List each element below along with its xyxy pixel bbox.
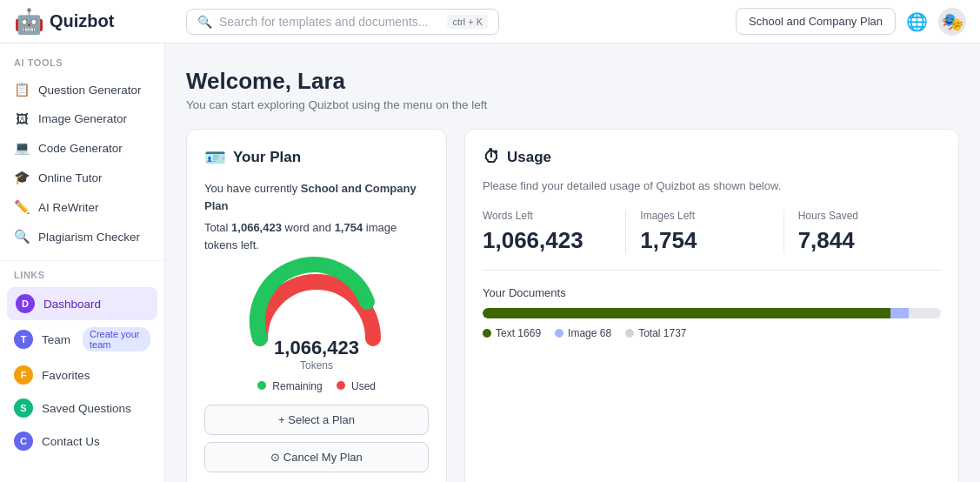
question-generator-icon: 📋 — [14, 82, 30, 97]
donut-chart — [247, 267, 386, 345]
cancel-plan-button[interactable]: ⊙ Cancel My Plan — [204, 442, 429, 472]
image-generator-icon: 🖼 — [14, 111, 30, 126]
stat-words-value: 1,066,423 — [483, 227, 611, 254]
stat-hours-saved: Hours Saved 7,844 — [784, 210, 941, 254]
docs-legend: Text 1669 Image 68 — [483, 327, 941, 339]
donut-legend: Remaining Used — [204, 380, 429, 392]
donut-label: Tokens — [274, 359, 359, 372]
legend-remaining: Remaining — [257, 380, 323, 392]
select-plan-button[interactable]: + Select a Plan — [204, 405, 429, 435]
sidebar-item-label: Dashboard — [43, 298, 101, 311]
topbar: 🤖 Quizbot 🔍 Search for templates and doc… — [0, 0, 980, 44]
usage-card-header: ⏱ Usage — [483, 147, 941, 167]
sidebar-item-label: Favorites — [42, 369, 90, 382]
create-team-badge: Create your team — [83, 327, 150, 351]
total-dot — [625, 329, 634, 338]
logo[interactable]: 🤖 Quizbot — [14, 7, 179, 36]
stat-images-left: Images Left 1,754 — [626, 210, 783, 254]
image-dot — [555, 329, 563, 338]
sidebar-item-label: Saved Questions — [42, 402, 131, 415]
legend-text: Text 1669 — [483, 327, 541, 339]
docs-bar-text-segment — [483, 308, 890, 318]
search-icon: 🔍 — [197, 15, 212, 29]
sidebar-item-image-generator[interactable]: 🖼 Image Generator — [0, 104, 164, 133]
legend-used: Used — [337, 380, 376, 392]
search-bar[interactable]: 🔍 Search for templates and documents... … — [186, 9, 499, 35]
sidebar-item-label: Plagiarism Checker — [38, 231, 140, 244]
legend-image-label: Image 68 — [568, 327, 611, 339]
usage-card-title: Usage — [507, 149, 551, 166]
stat-images-value: 1,754 — [640, 227, 769, 254]
legend-image: Image 68 — [555, 327, 611, 339]
code-generator-icon: 💻 — [14, 140, 30, 156]
docs-bar-image-segment — [890, 308, 909, 318]
used-dot — [337, 381, 345, 390]
links-label: LINKS — [0, 270, 164, 287]
online-tutor-icon: 🎓 — [14, 170, 30, 185]
globe-icon[interactable]: 🌐 — [906, 11, 928, 32]
dashboard-avatar: D — [16, 294, 35, 313]
sidebar-item-favorites[interactable]: F Favorites — [0, 358, 164, 392]
legend-total: Total 1737 — [625, 327, 686, 339]
stat-images-label: Images Left — [640, 210, 769, 222]
sidebar-item-plagiarism-checker[interactable]: 🔍 Plagiarism Checker — [0, 222, 164, 251]
avatar[interactable]: 🎭 — [938, 8, 966, 36]
saved-questions-avatar: S — [14, 398, 33, 418]
team-avatar: T — [14, 330, 33, 349]
sidebar-item-saved-questions[interactable]: S Saved Questions — [0, 392, 164, 425]
sidebar-item-code-generator[interactable]: 💻 Code Generator — [0, 133, 164, 163]
ai-rewriter-icon: ✏️ — [14, 199, 30, 215]
welcome-subtitle: You can start exploring Quizbot using th… — [186, 98, 959, 111]
stat-hours-value: 7,844 — [798, 227, 927, 254]
plan-card-title: Your Plan — [233, 149, 301, 166]
cards-row: 🪪 Your Plan You have currently School an… — [186, 129, 959, 482]
usage-subtitle: Please find your detailed usage of Quizb… — [483, 179, 941, 192]
sidebar-item-label: AI ReWriter — [38, 201, 99, 214]
stat-words-label: Words Left — [483, 210, 611, 222]
plan-description: You have currently School and Company Pl… — [204, 180, 429, 214]
plagiarism-checker-icon: 🔍 — [14, 229, 30, 244]
sidebar-item-label: Question Generator — [38, 84, 142, 97]
sidebar: AI TOOLS 📋 Question Generator 🖼 Image Ge… — [0, 44, 165, 482]
stat-hours-label: Hours Saved — [798, 210, 927, 222]
search-placeholder: Search for templates and documents... — [219, 15, 428, 29]
usage-icon: ⏱ — [483, 147, 500, 167]
content-area: Welcome, Lara You can start exploring Qu… — [165, 44, 980, 482]
stat-words-left: Words Left 1,066,423 — [483, 210, 626, 254]
plan-desc-prefix: You have currently — [204, 182, 301, 195]
sidebar-item-label: Code Generator — [38, 142, 123, 155]
docs-bar — [483, 308, 941, 318]
sidebar-item-team[interactable]: T Team Create your team — [0, 320, 164, 358]
sidebar-item-label: Contact Us — [42, 435, 100, 448]
topbar-right: School and Company Plan 🌐 🎭 — [736, 8, 966, 36]
tokens-description: Total 1,066,423 word and 1,754 image tok… — [204, 219, 429, 253]
main-layout: AI TOOLS 📋 Question Generator 🖼 Image Ge… — [0, 44, 980, 482]
text-dot — [483, 329, 491, 338]
legend-text-label: Text 1669 — [496, 327, 541, 339]
sidebar-item-label: Online Tutor — [38, 171, 103, 184]
logo-text: Quizbot — [50, 11, 114, 31]
sidebar-item-contact-us[interactable]: C Contact Us — [0, 425, 164, 458]
remaining-dot — [257, 381, 266, 390]
sidebar-item-dashboard[interactable]: D Dashboard — [7, 287, 157, 320]
topbar-left: 🤖 Quizbot 🔍 Search for templates and doc… — [14, 7, 499, 36]
legend-total-label: Total 1737 — [638, 327, 686, 339]
logo-icon: 🤖 — [14, 7, 44, 36]
donut-chart-container: 1,066,423 Tokens — [204, 267, 429, 372]
docs-section-label: Your Documents — [483, 286, 941, 299]
sidebar-item-label: Image Generator — [38, 112, 127, 125]
welcome-title: Welcome, Lara — [186, 68, 959, 95]
sidebar-item-question-generator[interactable]: 📋 Question Generator — [0, 75, 164, 104]
plan-card-header: 🪪 Your Plan — [204, 147, 429, 168]
sidebar-item-ai-rewriter[interactable]: ✏️ AI ReWriter — [0, 192, 164, 222]
donut-number: 1,066,423 — [274, 337, 359, 359]
usage-card: ⏱ Usage Please find your detailed usage … — [464, 129, 959, 482]
sidebar-item-online-tutor[interactable]: 🎓 Online Tutor — [0, 163, 164, 192]
sidebar-divider — [0, 260, 164, 261]
plan-badge-button[interactable]: School and Company Plan — [736, 8, 896, 35]
contact-us-avatar: C — [14, 432, 33, 451]
donut-center: 1,066,423 Tokens — [274, 337, 359, 372]
ai-tools-label: AI TOOLS — [0, 57, 164, 75]
sidebar-item-label: Team — [42, 333, 70, 346]
plan-card: 🪪 Your Plan You have currently School an… — [186, 129, 447, 482]
